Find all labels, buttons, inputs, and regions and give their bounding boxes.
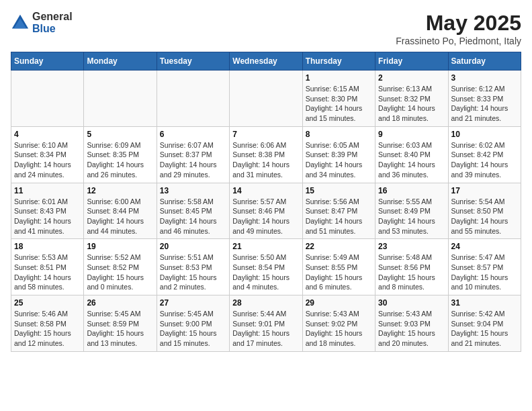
day-number: 21 (232, 242, 299, 251)
calendar-cell (84, 71, 157, 127)
day-info: Sunrise: 6:02 AMSunset: 8:42 PMDaylight:… (451, 140, 518, 180)
calendar-body: 1Sunrise: 6:15 AMSunset: 8:30 PMDaylight… (11, 71, 521, 352)
calendar-cell (230, 71, 302, 127)
day-info: Sunrise: 5:42 AMSunset: 9:04 PMDaylight:… (451, 309, 518, 349)
calendar-cell: 31Sunrise: 5:42 AMSunset: 9:04 PMDayligh… (448, 295, 521, 352)
header-day-monday: Monday (84, 52, 157, 71)
logo-text: General Blue (32, 11, 73, 34)
day-number: 10 (451, 130, 518, 139)
day-number: 4 (14, 130, 81, 139)
day-number: 2 (378, 73, 445, 83)
day-number: 20 (160, 242, 226, 251)
day-number: 6 (160, 130, 226, 139)
calendar-cell: 26Sunrise: 5:45 AMSunset: 8:59 PMDayligh… (84, 295, 157, 352)
title-block: May 2025 Frassineto Po, Piedmont, Italy (396, 11, 521, 46)
calendar-cell: 6Sunrise: 6:07 AMSunset: 8:37 PMDaylight… (157, 126, 229, 183)
day-number: 8 (306, 130, 372, 139)
day-info: Sunrise: 6:12 AMSunset: 8:33 PMDaylight:… (451, 84, 518, 124)
page-header: General Blue May 2025 Frassineto Po, Pie… (11, 11, 521, 46)
calendar-cell: 23Sunrise: 5:48 AMSunset: 8:56 PMDayligh… (375, 239, 448, 295)
day-info: Sunrise: 5:43 AMSunset: 9:02 PMDaylight:… (306, 309, 372, 349)
header-day-saturday: Saturday (448, 52, 521, 71)
calendar-cell: 4Sunrise: 6:10 AMSunset: 8:34 PMDaylight… (11, 126, 84, 183)
calendar-header: SundayMondayTuesdayWednesdayThursdayFrid… (11, 52, 521, 71)
calendar-cell: 27Sunrise: 5:45 AMSunset: 9:00 PMDayligh… (157, 295, 229, 352)
day-number: 25 (14, 298, 81, 308)
day-info: Sunrise: 5:45 AMSunset: 9:00 PMDaylight:… (160, 309, 226, 349)
day-number: 1 (306, 73, 372, 83)
day-number: 16 (378, 186, 445, 195)
week-row-5: 25Sunrise: 5:46 AMSunset: 8:58 PMDayligh… (11, 295, 521, 352)
day-number: 30 (378, 298, 445, 308)
day-info: Sunrise: 5:47 AMSunset: 8:57 PMDaylight:… (451, 253, 518, 292)
main-title: May 2025 (396, 11, 521, 36)
day-info: Sunrise: 6:13 AMSunset: 8:32 PMDaylight:… (378, 84, 445, 124)
day-info: Sunrise: 6:10 AMSunset: 8:34 PMDaylight:… (14, 140, 81, 180)
day-info: Sunrise: 6:00 AMSunset: 8:44 PMDaylight:… (87, 197, 153, 236)
day-info: Sunrise: 5:53 AMSunset: 8:51 PMDaylight:… (14, 253, 81, 292)
day-info: Sunrise: 6:05 AMSunset: 8:39 PMDaylight:… (306, 140, 372, 180)
day-info: Sunrise: 5:56 AMSunset: 8:47 PMDaylight:… (306, 197, 372, 236)
day-number: 13 (160, 186, 226, 195)
day-number: 11 (14, 186, 81, 195)
week-row-3: 11Sunrise: 6:01 AMSunset: 8:43 PMDayligh… (11, 183, 521, 239)
day-info: Sunrise: 5:51 AMSunset: 8:53 PMDaylight:… (160, 253, 226, 292)
calendar-cell: 10Sunrise: 6:02 AMSunset: 8:42 PMDayligh… (448, 126, 521, 183)
day-info: Sunrise: 5:43 AMSunset: 9:03 PMDaylight:… (378, 309, 445, 349)
logo-icon (11, 13, 30, 32)
day-number: 19 (87, 242, 153, 251)
day-number: 22 (306, 242, 372, 251)
day-info: Sunrise: 6:09 AMSunset: 8:35 PMDaylight:… (87, 140, 153, 180)
header-row: SundayMondayTuesdayWednesdayThursdayFrid… (11, 52, 521, 71)
calendar-cell: 5Sunrise: 6:09 AMSunset: 8:35 PMDaylight… (84, 126, 157, 183)
calendar-cell: 8Sunrise: 6:05 AMSunset: 8:39 PMDaylight… (302, 126, 375, 183)
day-number: 26 (87, 298, 153, 308)
header-day-thursday: Thursday (302, 52, 375, 71)
calendar-cell: 18Sunrise: 5:53 AMSunset: 8:51 PMDayligh… (11, 239, 84, 295)
day-info: Sunrise: 5:58 AMSunset: 8:45 PMDaylight:… (160, 197, 226, 236)
day-info: Sunrise: 5:52 AMSunset: 8:52 PMDaylight:… (87, 253, 153, 292)
day-number: 7 (232, 130, 299, 139)
calendar-cell: 28Sunrise: 5:44 AMSunset: 9:01 PMDayligh… (230, 295, 302, 352)
calendar-cell: 21Sunrise: 5:50 AMSunset: 8:54 PMDayligh… (230, 239, 302, 295)
calendar-cell: 7Sunrise: 6:06 AMSunset: 8:38 PMDaylight… (230, 126, 302, 183)
day-number: 3 (451, 73, 518, 83)
calendar-cell: 20Sunrise: 5:51 AMSunset: 8:53 PMDayligh… (157, 239, 229, 295)
day-number: 18 (14, 242, 81, 251)
week-row-4: 18Sunrise: 5:53 AMSunset: 8:51 PMDayligh… (11, 239, 521, 295)
day-info: Sunrise: 6:06 AMSunset: 8:38 PMDaylight:… (232, 140, 299, 180)
header-day-tuesday: Tuesday (157, 52, 229, 71)
week-row-2: 4Sunrise: 6:10 AMSunset: 8:34 PMDaylight… (11, 126, 521, 183)
calendar-cell: 12Sunrise: 6:00 AMSunset: 8:44 PMDayligh… (84, 183, 157, 239)
header-day-wednesday: Wednesday (230, 52, 302, 71)
logo-general: General (32, 11, 73, 23)
day-info: Sunrise: 5:50 AMSunset: 8:54 PMDaylight:… (232, 253, 299, 292)
day-number: 29 (306, 298, 372, 308)
calendar-table: SundayMondayTuesdayWednesdayThursdayFrid… (11, 52, 521, 352)
day-info: Sunrise: 5:45 AMSunset: 8:59 PMDaylight:… (87, 309, 153, 349)
logo: General Blue (11, 11, 73, 34)
day-info: Sunrise: 5:55 AMSunset: 8:49 PMDaylight:… (378, 197, 445, 236)
header-day-friday: Friday (375, 52, 448, 71)
calendar-cell: 3Sunrise: 6:12 AMSunset: 8:33 PMDaylight… (448, 71, 521, 127)
calendar-cell: 25Sunrise: 5:46 AMSunset: 8:58 PMDayligh… (11, 295, 84, 352)
calendar-cell (157, 71, 229, 127)
calendar-cell: 14Sunrise: 5:57 AMSunset: 8:46 PMDayligh… (230, 183, 302, 239)
day-info: Sunrise: 6:01 AMSunset: 8:43 PMDaylight:… (14, 197, 81, 236)
calendar-cell: 11Sunrise: 6:01 AMSunset: 8:43 PMDayligh… (11, 183, 84, 239)
day-info: Sunrise: 6:15 AMSunset: 8:30 PMDaylight:… (306, 84, 372, 124)
calendar-cell: 24Sunrise: 5:47 AMSunset: 8:57 PMDayligh… (448, 239, 521, 295)
day-number: 17 (451, 186, 518, 195)
day-number: 27 (160, 298, 226, 308)
day-number: 24 (451, 242, 518, 251)
day-number: 14 (232, 186, 299, 195)
day-info: Sunrise: 5:46 AMSunset: 8:58 PMDaylight:… (14, 309, 81, 349)
calendar-cell: 30Sunrise: 5:43 AMSunset: 9:03 PMDayligh… (375, 295, 448, 352)
day-info: Sunrise: 6:07 AMSunset: 8:37 PMDaylight:… (160, 140, 226, 180)
day-number: 9 (378, 130, 445, 139)
day-info: Sunrise: 5:48 AMSunset: 8:56 PMDaylight:… (378, 253, 445, 292)
calendar-cell (11, 71, 84, 127)
day-number: 15 (306, 186, 372, 195)
day-number: 12 (87, 186, 153, 195)
day-info: Sunrise: 5:54 AMSunset: 8:50 PMDaylight:… (451, 197, 518, 236)
